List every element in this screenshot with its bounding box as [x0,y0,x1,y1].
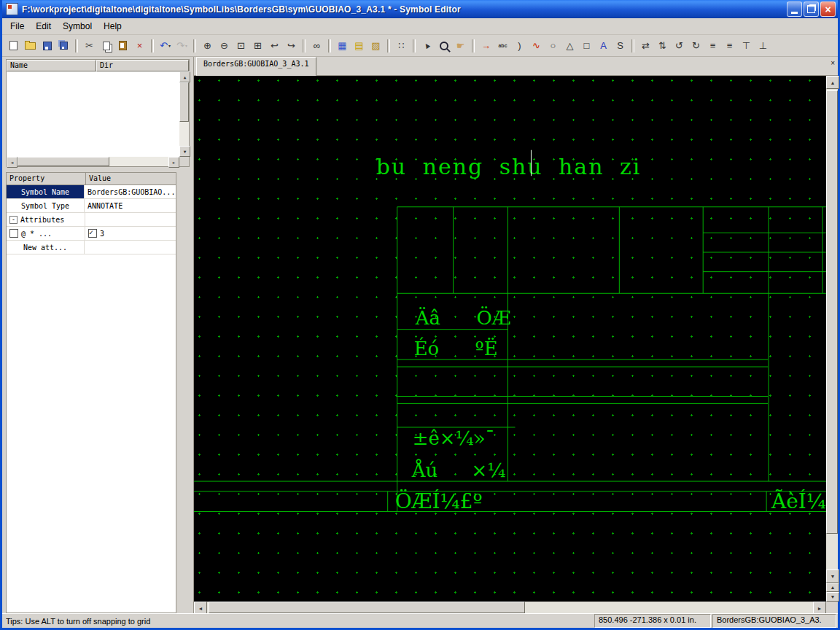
flip-vertical-button[interactable]: ⇅ [654,38,671,54]
delete-button[interactable]: × [131,38,148,54]
save-all-button[interactable] [55,38,72,54]
arc-button[interactable]: ) [511,38,528,54]
property-row-new-attribute[interactable]: New att... [7,241,176,254]
flip-horizontal-button[interactable]: ⇄ [637,38,654,54]
property-name-cell[interactable]: Symbol Type [7,199,85,212]
property-row-attributes[interactable]: - Attributes [7,213,176,227]
column-header-name[interactable]: Name [7,60,96,71]
rotate-ccw-button[interactable]: ↺ [671,38,688,54]
zoom-previous-button[interactable]: ↩ [266,38,283,54]
scroll-up-icon[interactable]: ▲ [826,76,839,89]
attribute-text-button[interactable]: abc [494,38,511,54]
design-browser-button[interactable]: ▦ [334,38,351,54]
scrollbar-corner [179,157,189,166]
property-value-cell[interactable] [85,241,176,254]
palette-button[interactable]: ▤ [351,38,368,54]
property-name-cell[interactable]: - Attributes [7,213,85,226]
grid-toggle-button[interactable]: ∷ [393,38,410,54]
open-button[interactable] [22,38,39,54]
attribute-visible-checkbox[interactable] [88,229,97,238]
property-row-attribute-item[interactable]: @ * ... 3 [7,227,176,241]
title-bar[interactable]: F:\workproject\digitaltone\digitaltone\S… [2,0,838,18]
align-left-button[interactable]: ≡ [704,38,721,54]
column-header-dir[interactable]: Dir [96,60,189,71]
pan-button[interactable]: ☛ [452,38,469,54]
circle-button[interactable]: ○ [545,38,561,54]
property-value-cell[interactable]: 3 [85,227,176,240]
app-icon[interactable] [6,3,18,15]
menu-symbol[interactable]: Symbol [57,19,98,34]
scrollbar-thumb[interactable] [18,157,109,166]
collapse-icon[interactable]: - [9,216,18,224]
browser-vertical-scrollbar[interactable]: ▲ ▼ [179,71,189,157]
scroll-page-down-icon[interactable]: ▼ [826,592,839,602]
align-bottom-button[interactable]: ⊥ [755,38,771,54]
property-row-symbol-name[interactable]: Symbol Name BordersGB:GUOBIAO... [7,185,176,199]
property-grid: Property Value Symbol Name BordersGB:GUO… [6,172,176,613]
property-name-cell[interactable]: New att... [7,241,85,254]
rectangle-button[interactable]: □ [578,38,595,54]
save-button[interactable] [39,38,55,54]
canvas-vertical-scrollbar[interactable]: ▲ ▼ ▲ ▼ [826,76,838,602]
toolbar-separator [413,39,416,52]
scrollbar-track[interactable] [18,157,168,166]
schematic-canvas[interactable]: bu neng shu han ziÄâÖÆÉóºË±ê×¼»¯Åú×¼ÖÆÍ¼… [194,76,826,602]
scrollbar-thumb[interactable] [179,82,189,122]
paste-button[interactable] [114,38,131,54]
polygon-button[interactable]: △ [561,38,578,54]
property-value-cell[interactable]: ANNOTATE [85,199,176,212]
property-name-cell[interactable]: @ * ... [7,227,85,240]
tab-strip-close-icon[interactable]: × [831,60,835,67]
redo-button[interactable]: ↷▾ [174,38,190,54]
scrollbar-track[interactable] [826,89,838,569]
zoom-in-button[interactable]: ⊕ [199,38,216,54]
add-pin-button[interactable]: → [478,38,494,54]
tab-guobiao-3-a3[interactable]: BordersGB:GUOBIAO_3_A3.1 [196,57,316,76]
scrollbar-thumb[interactable] [826,90,838,534]
zoom-window-button[interactable]: ⊡ [233,38,249,54]
zoom-tool-button[interactable] [435,38,452,54]
sheet-settings-button[interactable]: ▨ [368,38,384,54]
scroll-right-icon[interactable]: ► [168,157,179,168]
symbol-list[interactable] [7,71,179,157]
scroll-page-up-icon[interactable]: ▲ [826,583,839,592]
align-right-button[interactable]: ≡ [721,38,738,54]
new-button[interactable] [5,38,22,54]
cut-button[interactable]: ✂ [81,38,98,54]
zoom-next-button[interactable]: ↪ [283,38,300,54]
zoom-out-button[interactable]: ⊖ [216,38,233,54]
close-button[interactable]: × [820,1,836,17]
attribute-checkbox[interactable] [9,229,18,238]
scrollbar-track[interactable] [179,82,189,146]
restore-button[interactable] [804,1,819,17]
scroll-up-icon[interactable]: ▲ [179,71,190,82]
scrollbar-thumb[interactable] [209,602,525,613]
copy-button[interactable] [98,38,114,54]
property-row-symbol-type[interactable]: Symbol Type ANNOTATE [7,199,176,213]
minimize-button[interactable] [787,1,802,17]
scroll-left-icon[interactable]: ◄ [7,157,18,168]
menu-file[interactable]: File [4,19,30,34]
menu-edit[interactable]: Edit [30,19,57,34]
menu-help[interactable]: Help [98,19,128,34]
rotate-cw-button[interactable]: ↻ [688,38,704,54]
net-label-button[interactable]: S [612,38,629,54]
toolbar-separator [151,39,154,52]
scrollbar-track[interactable] [207,602,813,613]
zoom-fit-button[interactable]: ⊞ [249,38,266,54]
canvas-text: Åú [411,459,438,481]
curve-button[interactable]: ∿ [528,38,545,54]
align-left-icon: ≡ [710,41,716,50]
property-name-cell[interactable]: Symbol Name [7,185,85,198]
browser-horizontal-scrollbar[interactable]: ◄ ► [7,157,179,166]
property-value-cell[interactable]: BordersGB:GUOBIAO... [85,185,176,198]
property-value-cell[interactable] [85,213,176,226]
canvas-horizontal-scrollbar[interactable]: ◄ ► [194,602,826,613]
undo-button[interactable]: ↶▾ [157,38,174,54]
scroll-down-icon[interactable]: ▼ [826,569,839,583]
align-top-button[interactable]: ⊤ [738,38,755,54]
text-button[interactable]: A [595,38,612,54]
scroll-down-icon[interactable]: ▼ [179,146,190,157]
find-button[interactable]: ∞ [308,38,325,54]
select-button[interactable]: ▲ [419,38,435,54]
